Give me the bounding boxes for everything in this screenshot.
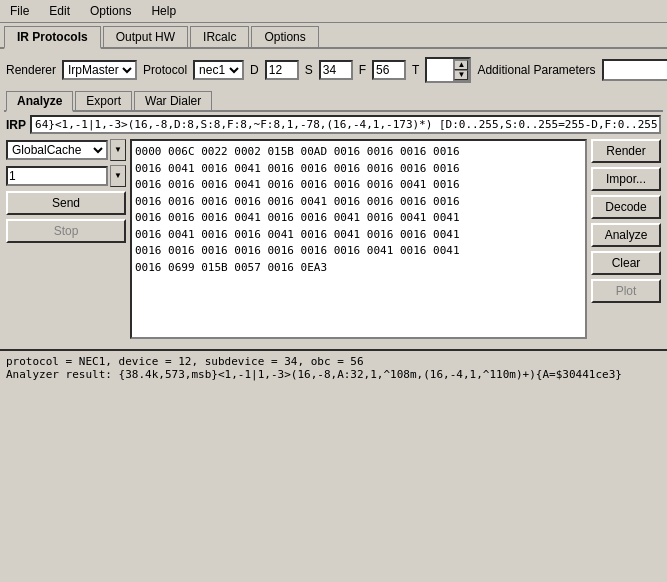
d-input[interactable]: [265, 60, 299, 80]
render-button[interactable]: Render: [591, 139, 661, 163]
number-input[interactable]: [6, 166, 108, 186]
status-line2: Analyzer result: {38.4k,573,msb}<1,-1|1,…: [6, 368, 661, 381]
d-label: D: [250, 63, 259, 77]
irp-row: IRP 64}<1,-1|1,-3>(16,-8,D:8,S:8,F:8,~F:…: [4, 112, 663, 137]
status-line1: protocol = NEC1, device = 12, subdevice …: [6, 355, 661, 368]
t-down-btn[interactable]: ▼: [454, 70, 468, 80]
t-input[interactable]: [427, 62, 453, 78]
menu-file[interactable]: File: [4, 2, 35, 20]
s-label: S: [305, 63, 313, 77]
menu-help[interactable]: Help: [145, 2, 182, 20]
irp-value: 64}<1,-1|1,-3>(16,-8,D:8,S:8,F:8,~F:8,1,…: [30, 115, 661, 134]
protocol-dropdown[interactable]: nec1: [195, 62, 242, 78]
renderer-dropdown[interactable]: IrpMaster: [64, 62, 135, 78]
tab-ircalc[interactable]: IRcalc: [190, 26, 249, 47]
main-content: Renderer IrpMaster Protocol nec1 D S F T…: [0, 49, 667, 345]
send-button[interactable]: Send: [6, 191, 126, 215]
data-area: 0000 006C 0022 0002 015B 00AD 0016 0016 …: [130, 139, 587, 339]
protocol-label: Protocol: [143, 63, 187, 77]
tab-ir-protocols[interactable]: IR Protocols: [4, 26, 101, 49]
subtabbar: Analyze Export War Dialer: [4, 89, 663, 112]
analyze-button[interactable]: Analyze: [591, 223, 661, 247]
number-row: ▼: [6, 165, 126, 187]
type-dropdown-btn[interactable]: ▼: [110, 139, 126, 161]
tab-options[interactable]: Options: [251, 26, 318, 47]
tab-output-hw[interactable]: Output HW: [103, 26, 188, 47]
menubar: File Edit Options Help: [0, 0, 667, 23]
additional-params-input[interactable]: [602, 59, 668, 81]
right-panel: Render Impor... Decode Analyze Clear Plo…: [591, 139, 661, 339]
menu-edit[interactable]: Edit: [43, 2, 76, 20]
f-label: F: [359, 63, 366, 77]
subtab-war-dialer[interactable]: War Dialer: [134, 91, 212, 110]
menu-options[interactable]: Options: [84, 2, 137, 20]
f-input[interactable]: [372, 60, 406, 80]
t-label: T: [412, 63, 419, 77]
params-row: Renderer IrpMaster Protocol nec1 D S F T…: [4, 53, 663, 87]
subtab-analyze[interactable]: Analyze: [6, 91, 73, 112]
left-panel: GlobalCache ▼ ▼ Send Stop: [6, 139, 126, 339]
irp-label: IRP: [6, 118, 26, 132]
stop-button[interactable]: Stop: [6, 219, 126, 243]
decode-button[interactable]: Decode: [591, 195, 661, 219]
renderer-select[interactable]: IrpMaster: [62, 60, 137, 80]
renderer-label: Renderer: [6, 63, 56, 77]
number-dropdown-btn[interactable]: ▼: [110, 165, 126, 187]
type-select[interactable]: GlobalCache: [6, 140, 108, 160]
statusbar: protocol = NEC1, device = 12, subdevice …: [0, 349, 667, 399]
t-up-btn[interactable]: ▲: [454, 60, 468, 70]
s-input[interactable]: [319, 60, 353, 80]
protocol-select[interactable]: nec1: [193, 60, 244, 80]
subtab-export[interactable]: Export: [75, 91, 132, 110]
main-tabbar: IR Protocols Output HW IRcalc Options: [0, 23, 667, 49]
middle-area: GlobalCache ▼ ▼ Send Stop 0000 006C 0022…: [4, 137, 663, 341]
t-spinner[interactable]: ▲ ▼: [453, 59, 469, 81]
additional-label: Additional Parameters: [477, 63, 595, 77]
plot-button[interactable]: Plot: [591, 279, 661, 303]
clear-button[interactable]: Clear: [591, 251, 661, 275]
import-button[interactable]: Impor...: [591, 167, 661, 191]
